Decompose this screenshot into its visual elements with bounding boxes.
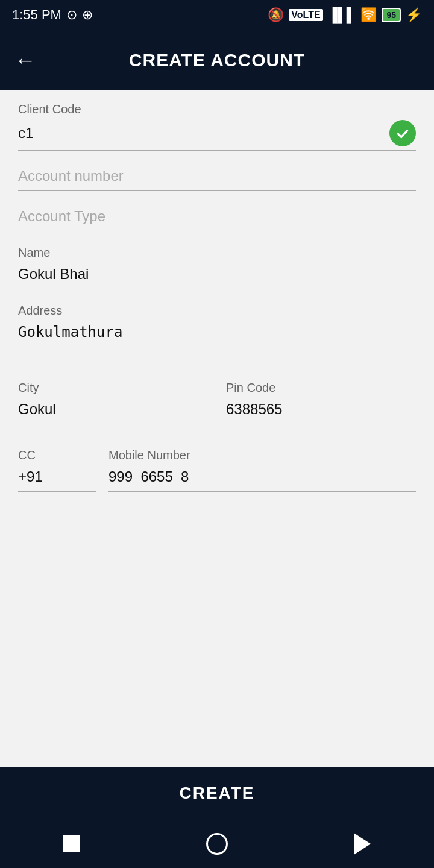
charging-icon: ⚡	[406, 7, 422, 23]
back-nav-icon	[354, 833, 371, 855]
address-border	[18, 321, 416, 366]
address-input[interactable]	[18, 321, 416, 360]
recent-apps-icon	[63, 835, 80, 852]
signal-icon: ▐▌▌	[328, 7, 356, 23]
city-pin-row: City Pin Code	[18, 381, 416, 439]
mute-icon: 🔕	[268, 7, 284, 23]
status-bar-right: 🔕 VoLTE ▐▌▌ 🛜 95 ⚡	[268, 7, 422, 23]
client-code-row	[18, 120, 416, 151]
mobile-input[interactable]	[108, 466, 416, 488]
city-row	[18, 398, 208, 424]
cc-mobile-row: CC Mobile Number	[18, 448, 416, 506]
cc-row	[18, 466, 96, 492]
name-label: Name	[18, 246, 416, 260]
create-button[interactable]: CREATE	[0, 767, 434, 820]
battery-indicator: 95	[382, 8, 401, 22]
header: ← CREATE ACCOUNT	[0, 30, 434, 90]
city-label: City	[18, 381, 208, 395]
account-type-input[interactable]	[18, 206, 416, 227]
account-number-group	[18, 165, 416, 191]
pin-code-input[interactable]	[226, 398, 416, 420]
client-code-input[interactable]	[18, 122, 383, 144]
cc-label: CC	[18, 448, 96, 462]
status-bar: 1:55 PM ⊙ ⊕ 🔕 VoLTE ▐▌▌ 🛜 95 ⚡	[0, 0, 434, 30]
mobile-group: Mobile Number	[108, 448, 416, 492]
bottom-nav	[0, 820, 434, 868]
back-icon: ←	[14, 48, 36, 72]
city-input[interactable]	[18, 398, 208, 420]
mobile-label: Mobile Number	[108, 448, 416, 462]
cc-group: CC	[18, 448, 96, 492]
name-row	[18, 263, 416, 289]
account-number-input[interactable]	[18, 165, 416, 187]
name-group: Name	[18, 246, 416, 289]
name-input[interactable]	[18, 263, 416, 285]
account-type-row	[18, 206, 416, 231]
nav-back-button[interactable]	[354, 833, 371, 855]
volte-icon: VoLTE	[289, 9, 322, 21]
status-bar-left: 1:55 PM ⊙ ⊕	[12, 7, 93, 23]
home-icon	[206, 833, 228, 855]
address-label: Address	[18, 304, 416, 318]
form-area: Client Code Name Address	[0, 90, 434, 767]
address-group: Address	[18, 304, 416, 366]
client-code-label: Client Code	[18, 102, 416, 116]
at-icon: ⊙	[66, 7, 77, 23]
account-number-row	[18, 165, 416, 191]
mobile-row	[108, 466, 416, 492]
city-group: City	[18, 381, 208, 424]
pin-code-row	[226, 398, 416, 424]
nav-home-button[interactable]	[206, 833, 228, 855]
pin-code-group: Pin Code	[226, 381, 416, 424]
time: 1:55 PM	[12, 7, 61, 23]
wifi-icon: 🛜	[360, 7, 377, 23]
client-code-group: Client Code	[18, 102, 416, 151]
client-code-valid-icon	[389, 120, 416, 146]
at2-icon: ⊕	[82, 7, 93, 23]
nav-recent-button[interactable]	[63, 835, 80, 852]
back-button[interactable]: ←	[14, 49, 36, 71]
pin-code-label: Pin Code	[226, 381, 416, 395]
page-title: CREATE ACCOUNT	[129, 50, 305, 71]
account-type-group	[18, 206, 416, 231]
